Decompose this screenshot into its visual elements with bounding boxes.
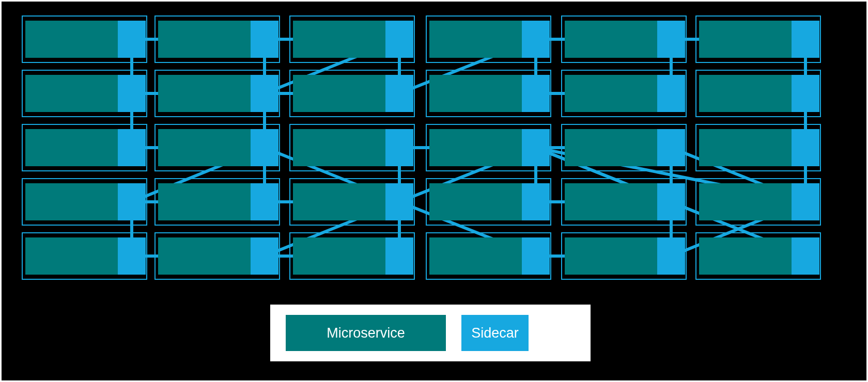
sidecar-box xyxy=(385,183,413,220)
sidecar-box xyxy=(385,237,413,275)
microservice-box xyxy=(293,183,388,220)
microservice-box xyxy=(158,75,253,112)
microservice-box xyxy=(158,237,253,275)
sidecar-box xyxy=(385,75,413,112)
microservice-box xyxy=(158,183,253,220)
legend-sidecar: Sidecar xyxy=(461,315,529,351)
sidecar-box xyxy=(251,21,278,58)
sidecar-box xyxy=(792,21,819,58)
sidecar-box xyxy=(522,129,550,166)
microservice-box xyxy=(565,129,659,166)
sidecar-box xyxy=(792,129,819,166)
sidecar-box xyxy=(522,237,550,275)
sidecar-box xyxy=(251,75,278,112)
sidecar-box xyxy=(657,21,685,58)
microservice-box xyxy=(293,129,388,166)
sidecar-box xyxy=(251,129,278,166)
microservice-box xyxy=(699,129,794,166)
microservice-box xyxy=(429,129,524,166)
microservice-box xyxy=(293,237,388,275)
microservice-box xyxy=(699,75,794,112)
microservice-box xyxy=(25,237,120,275)
microservice-box xyxy=(565,21,659,58)
sidecar-box xyxy=(118,183,146,220)
microservice-box xyxy=(429,75,524,112)
sidecar-box xyxy=(251,237,278,275)
microservice-box xyxy=(429,21,524,58)
sidecar-box xyxy=(657,75,685,112)
diagram-frame: Microservice Sidecar xyxy=(0,0,868,382)
sidecar-box xyxy=(118,75,146,112)
sidecar-box xyxy=(792,75,819,112)
microservice-box xyxy=(699,237,794,275)
microservice-box xyxy=(429,237,524,275)
legend-microservice: Microservice xyxy=(286,315,446,351)
microservice-box xyxy=(429,183,524,220)
sidecar-box xyxy=(657,129,685,166)
microservice-box xyxy=(25,129,120,166)
microservice-box xyxy=(293,75,388,112)
legend-box: Microservice Sidecar xyxy=(270,305,591,361)
sidecar-box xyxy=(792,183,819,220)
microservice-box xyxy=(25,183,120,220)
sidecar-box xyxy=(251,183,278,220)
microservice-box xyxy=(158,129,253,166)
sidecar-box xyxy=(522,21,550,58)
microservice-box xyxy=(158,21,253,58)
microservice-box xyxy=(565,237,659,275)
microservice-box xyxy=(565,183,659,220)
sidecar-box xyxy=(657,183,685,220)
sidecar-box xyxy=(792,237,819,275)
sidecar-box xyxy=(657,237,685,275)
microservice-box xyxy=(565,75,659,112)
microservice-box xyxy=(293,21,388,58)
sidecar-box xyxy=(385,21,413,58)
sidecar-box xyxy=(118,21,146,58)
microservice-box xyxy=(25,75,120,112)
sidecar-box xyxy=(522,183,550,220)
microservice-box xyxy=(699,183,794,220)
microservice-box xyxy=(699,21,794,58)
sidecar-box xyxy=(522,75,550,112)
microservice-box xyxy=(25,21,120,58)
sidecar-box xyxy=(118,237,146,275)
sidecar-box xyxy=(118,129,146,166)
sidecar-box xyxy=(385,129,413,166)
